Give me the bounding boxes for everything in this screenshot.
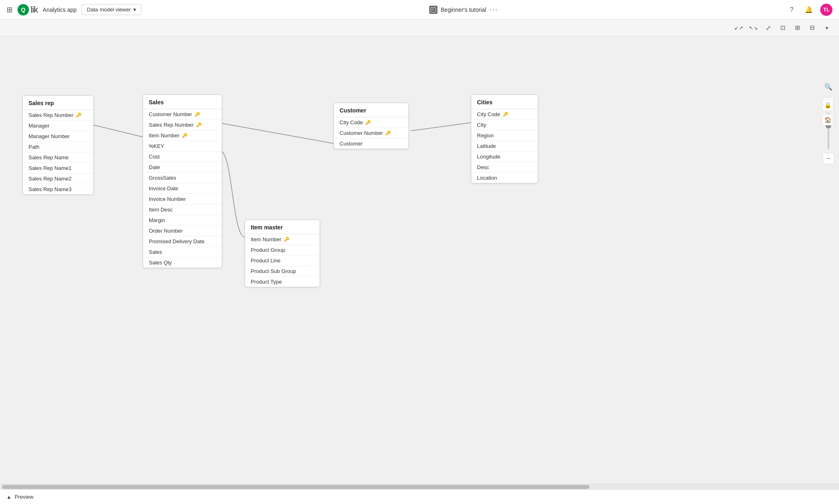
field-city-code-cities[interactable]: City Code 🔑 (471, 109, 538, 120)
field-pct-key[interactable]: %KEY (143, 141, 222, 152)
tutorial-label: Beginner's tutorial (441, 7, 486, 13)
field-product-sub-group[interactable]: Product Sub Group (245, 266, 320, 277)
table-title-customer: Customer (334, 103, 408, 117)
preview-label[interactable]: Preview (15, 494, 33, 500)
connector-customer-cities-citycode (411, 123, 471, 131)
field-item-number-sales[interactable]: Item Number 🔑 (143, 130, 222, 141)
key-icon: 🔑 (76, 112, 82, 118)
field-path[interactable]: Path (23, 142, 93, 152)
svg-rect-1 (432, 9, 435, 9)
field-margin[interactable]: Margin (143, 215, 222, 226)
field-sales-rep-number[interactable]: Sales Rep Number 🔑 (23, 110, 93, 121)
field-city-code-customer[interactable]: City Code 🔑 (334, 117, 408, 128)
field-longitude[interactable]: Longitude (471, 152, 538, 162)
key-icon: 🔑 (182, 133, 188, 138)
field-sales-rep-number-sales[interactable]: Sales Rep Number 🔑 (143, 120, 222, 130)
fullscreen-icon[interactable]: ⤢ (762, 22, 774, 33)
expand-icon[interactable]: ↖↘ (748, 22, 759, 33)
data-model-viewer-dropdown[interactable]: Data model viewer ▾ (82, 4, 141, 15)
bell-icon[interactable]: 🔔 (803, 4, 815, 15)
field-item-desc[interactable]: Item Desc (143, 205, 222, 215)
field-promised-delivery-date[interactable]: Promised Delivery Date (143, 236, 222, 247)
scrollbar-thumb[interactable] (2, 485, 590, 489)
field-sales[interactable]: Sales (143, 247, 222, 258)
table-card-item-master: Item master Item Number 🔑 Product Group … (245, 220, 320, 287)
field-customer-number[interactable]: Customer Number 🔑 (143, 109, 222, 120)
topbar-center: Beginner's tutorial ··· (146, 5, 781, 14)
chevron-down-icon: ▾ (133, 7, 136, 13)
field-sales-rep-name3[interactable]: Sales Rep Name3 (23, 184, 93, 194)
lock-icon[interactable]: 🔒 (822, 99, 833, 111)
key-icon: 🔑 (385, 130, 391, 136)
layout-3-icon[interactable]: ⊟ (806, 22, 818, 33)
field-region[interactable]: Region (471, 130, 538, 141)
table-title-item-master: Item master (245, 220, 320, 234)
key-icon: 🔑 (196, 122, 202, 128)
app-name: Analytics app (43, 7, 77, 13)
tutorial-icon (429, 6, 437, 14)
help-icon[interactable]: ? (786, 4, 797, 15)
field-order-number[interactable]: Order Number (143, 226, 222, 236)
field-product-type[interactable]: Product Type (245, 277, 320, 287)
field-sales-rep-name[interactable]: Sales Rep Name (23, 152, 93, 163)
more-options-button[interactable]: ··· (490, 5, 498, 14)
field-date[interactable]: Date (143, 162, 222, 173)
field-latitude[interactable]: Latitude (471, 141, 538, 152)
avatar[interactable]: TL (820, 4, 832, 16)
qlik-logo-circle: Q (18, 4, 29, 15)
field-item-number-master[interactable]: Item Number 🔑 (245, 234, 320, 245)
qlik-logo-text: lik (31, 4, 38, 15)
field-sales-qty[interactable]: Sales Qty (143, 258, 222, 268)
grid-menu-icon[interactable]: ⊞ (7, 5, 13, 14)
home-icon[interactable]: 🏠 (822, 114, 833, 125)
topbar-left: ⊞ Q lik Analytics app Data model viewer … (7, 4, 141, 15)
table-card-sales-rep: Sales rep Sales Rep Number 🔑 Manager Man… (22, 95, 94, 195)
field-customer-number-customer[interactable]: Customer Number 🔑 (334, 128, 408, 139)
connections-svg (0, 36, 839, 484)
horizontal-scrollbar[interactable] (0, 484, 839, 489)
canvas: 🔍 + − 🔒 🏠 Sales rep Sales Rep Number 🔑 M… (0, 36, 839, 484)
table-card-cities: Cities City Code 🔑 City Region Latitude … (471, 95, 538, 183)
collapse-icon[interactable]: ↙↗ (733, 22, 744, 33)
field-gross-sales[interactable]: GrossSales (143, 173, 222, 183)
field-manager[interactable]: Manager (23, 121, 93, 131)
field-product-group[interactable]: Product Group (245, 245, 320, 255)
layout-1-icon[interactable]: ⊡ (777, 22, 788, 33)
field-manager-number[interactable]: Manager Number (23, 131, 93, 142)
connector-sales-itemmaster (220, 151, 245, 237)
connector-sales-customer-custnum (220, 123, 333, 143)
table-card-sales: Sales Customer Number 🔑 Sales Rep Number… (143, 95, 222, 268)
field-product-line[interactable]: Product Line (245, 255, 320, 266)
field-location[interactable]: Location (471, 173, 538, 183)
qlik-logo: Q lik (18, 4, 38, 15)
topbar: ⊞ Q lik Analytics app Data model viewer … (0, 0, 839, 20)
bottom-bar: ▲ Preview (0, 489, 839, 504)
search-button[interactable]: 🔍 (823, 81, 834, 92)
connector-salesrep-sales-salesrep (94, 125, 143, 137)
key-icon: 🔑 (194, 112, 200, 117)
field-city[interactable]: City (471, 120, 538, 130)
field-cost[interactable]: Cost (143, 152, 222, 162)
key-icon: 🔑 (503, 112, 508, 117)
key-icon: 🔑 (365, 120, 371, 125)
table-card-customer: Customer City Code 🔑 Customer Number 🔑 C… (333, 103, 409, 149)
layout-2-icon[interactable]: ⊞ (792, 22, 803, 33)
table-title-sales: Sales (143, 95, 222, 109)
table-title-cities: Cities (471, 95, 538, 109)
topbar-right: ? 🔔 TL (786, 4, 832, 16)
toolbar: ↙↗ ↖↘ ⤢ ⊡ ⊞ ⊟ ▾ (0, 20, 839, 36)
field-desc[interactable]: Desc (471, 162, 538, 173)
field-invoice-date[interactable]: Invoice Date (143, 183, 222, 194)
field-sales-rep-name1[interactable]: Sales Rep Name1 (23, 163, 93, 174)
key-icon: 🔑 (284, 237, 289, 242)
preview-arrow-icon[interactable]: ▲ (7, 494, 11, 500)
table-title-sales-rep: Sales rep (23, 96, 93, 110)
svg-rect-2 (432, 10, 434, 11)
field-sales-rep-name2[interactable]: Sales Rep Name2 (23, 174, 93, 184)
field-customer[interactable]: Customer (334, 139, 408, 149)
zoom-out-button[interactable]: − (823, 153, 834, 164)
chevron-down-icon[interactable]: ▾ (821, 22, 832, 33)
field-invoice-number[interactable]: Invoice Number (143, 194, 222, 205)
